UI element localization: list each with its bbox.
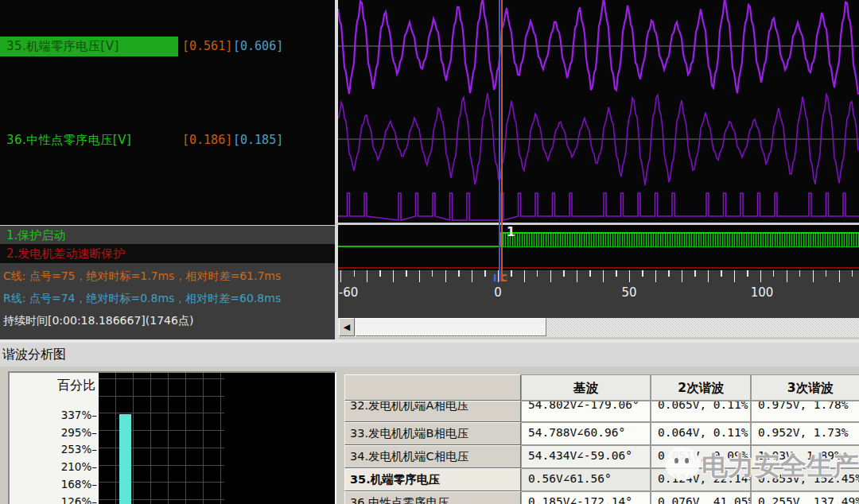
row-channel-name[interactable]: 34.发电机机端C相电压 bbox=[344, 445, 521, 468]
table-corner-cell bbox=[344, 374, 521, 401]
ruler-tick-label: -60 bbox=[339, 285, 359, 300]
chart-gridlines bbox=[99, 373, 224, 504]
row-value-cell[interactable]: 54.802V∠-179.06° bbox=[521, 401, 651, 422]
channel-35-trace bbox=[338, 0, 858, 95]
col-header-fundamental[interactable]: 基波 bbox=[521, 374, 651, 401]
scrollbar-thumb[interactable] bbox=[356, 318, 546, 336]
c-cursor-info: C线: 点号=75，绝对时标=1.7ms，相对时差=61.7ms bbox=[3, 268, 335, 285]
harmonic-chart-plot bbox=[99, 373, 335, 504]
c-cursor-line[interactable] bbox=[501, 0, 503, 281]
chart-y-axis-title: 百分比 bbox=[57, 378, 95, 394]
digital-1-low-trace bbox=[338, 246, 501, 247]
waveform-svg bbox=[338, 0, 859, 223]
chart-y-tick: 168%– bbox=[59, 478, 97, 490]
ruler-tick-label: 0 bbox=[494, 285, 502, 300]
digital-channel-2-label[interactable]: 2.发电机差动速断保护 bbox=[0, 244, 335, 263]
row-value-cell[interactable]: 0.853V, 152.45% bbox=[751, 468, 859, 491]
digital-2-low-trace bbox=[338, 267, 859, 269]
pulse-trace bbox=[338, 193, 859, 220]
row-value-cell[interactable]: 0.255V, 137.49% bbox=[751, 491, 859, 504]
chart-y-tick: 295%– bbox=[59, 426, 97, 439]
ruler-tick-label: 100 bbox=[751, 285, 774, 300]
harmonic-bar bbox=[119, 414, 131, 504]
digital-trace-panel: 1 bbox=[338, 225, 859, 270]
row-channel-name[interactable]: 32.发电机机端A相电压 bbox=[344, 401, 521, 422]
row-channel-name[interactable]: 35.机端零序电压 bbox=[344, 468, 521, 491]
channel-35-c-cursor-value: [0.561] bbox=[182, 39, 232, 53]
channel-35-r-cursor-value: [0.606] bbox=[233, 39, 283, 53]
harmonic-title-bar: 谐波分析图 bbox=[0, 343, 859, 366]
col-header-2nd-harmonic[interactable]: 2次谐波 bbox=[651, 374, 751, 401]
scroll-left-button[interactable]: ◀ bbox=[339, 318, 355, 336]
row-value-cell[interactable]: 0.064V, 0.11% bbox=[651, 422, 751, 445]
ruler-major-ticks bbox=[340, 270, 859, 282]
harmonic-section-title: 谐波分析图 bbox=[2, 347, 66, 363]
table-row[interactable]: 32.发电机机端A相电压54.802V∠-179.06°0.065V, 0.11… bbox=[344, 401, 859, 422]
harmonic-table-body: 32.发电机机端A相电压54.802V∠-179.06°0.065V, 0.11… bbox=[344, 401, 859, 504]
time-ruler: -60050100 I C bbox=[338, 270, 859, 318]
ruler-tick-label: 50 bbox=[621, 285, 636, 300]
digital-1-high-trace bbox=[500, 232, 859, 247]
row-value-cell[interactable]: 54.788V∠60.96° bbox=[521, 422, 651, 445]
channel-36-c-cursor-value: [0.186] bbox=[182, 133, 232, 147]
chart-y-tick: 253%– bbox=[59, 443, 97, 456]
fault-oscillography-window: 35.机端零序电压[V] [0.561] [0.606] 36.中性点零序电压[… bbox=[0, 0, 859, 504]
channel-35-label[interactable]: 35.机端零序电压[V] bbox=[6, 39, 119, 54]
analog-channel-panel: 35.机端零序电压[V] [0.561] [0.606] 36.中性点零序电压[… bbox=[0, 0, 335, 339]
row-value-cell[interactable]: 1.03V, 1.89% bbox=[751, 445, 859, 468]
row-value-cell[interactable]: 54.434V∠-59.06° bbox=[521, 445, 651, 468]
col-header-3rd-harmonic[interactable]: 3次谐波 bbox=[751, 374, 859, 401]
cursor-info-block: C线: 点号=75，绝对时标=1.7ms，相对时差=61.7ms R线: 点号=… bbox=[0, 263, 335, 339]
chart-y-tick: 210%– bbox=[59, 460, 97, 473]
row-value-cell[interactable]: 0.124V, 22.14% bbox=[651, 468, 751, 491]
harmonic-bar-chart-panel: 百分比 337%–295%–253%–210%–168%–126%– bbox=[8, 371, 336, 504]
row-value-cell[interactable]: 0.076V, 41.05% bbox=[651, 491, 751, 504]
channel-36-r-cursor-value: [0.185] bbox=[233, 133, 283, 147]
table-row[interactable]: 34.发电机机端C相电压54.434V∠-59.06°0.051V, 0.09%… bbox=[344, 445, 859, 468]
harmonic-table: 基波 2次谐波 3次谐波 32.发电机机端A相电压54.802V∠-179.06… bbox=[344, 374, 859, 504]
chart-y-tick: 126%– bbox=[59, 495, 97, 504]
harmonic-table-header-row: 基波 2次谐波 3次谐波 bbox=[344, 374, 859, 401]
r-cursor-handle[interactable]: I bbox=[493, 273, 496, 284]
row-value-cell[interactable]: 0.065V, 0.11% bbox=[651, 401, 751, 422]
table-row[interactable]: 33.发电机机端B相电压54.788V∠60.96°0.064V, 0.11%0… bbox=[344, 422, 859, 445]
horizontal-scrollbar[interactable]: ◀ bbox=[338, 318, 859, 337]
channel-36-label[interactable]: 36.中性点零序电压[V] bbox=[6, 133, 131, 148]
row-value-cell[interactable]: 0.051V, 0.09% bbox=[651, 445, 751, 468]
row-value-cell[interactable]: 0.185V∠-172.14° bbox=[521, 491, 651, 504]
r-cursor-info: R线: 点号=74，绝对时标=0.8ms，相对时差=60.8ms bbox=[3, 290, 335, 307]
row-value-cell[interactable]: 0.56V∠61.56° bbox=[521, 468, 651, 491]
row-channel-name[interactable]: 33.发电机机端B相电压 bbox=[344, 422, 521, 445]
chart-y-tick: 337%– bbox=[59, 409, 97, 421]
table-row[interactable]: 36.中性点零序电压0.185V∠-172.14°0.076V, 41.05%0… bbox=[344, 491, 859, 504]
table-row[interactable]: 35.机端零序电压0.56V∠61.56°0.124V, 22.14%0.853… bbox=[344, 468, 859, 491]
row-channel-name[interactable]: 36.中性点零序电压 bbox=[344, 491, 521, 504]
duration-info: 持续时间[0:00:18.186667](1746点) bbox=[3, 312, 335, 329]
harmonic-analysis-area: 百分比 337%–295%–253%–210%–168%–126%– 基波 2次… bbox=[0, 366, 859, 504]
digital-channel-1-label[interactable]: 1.保护启动 bbox=[0, 225, 335, 244]
row-value-cell[interactable]: 0.975V, 1.78% bbox=[751, 401, 859, 422]
digital-1-state-marker: 1 bbox=[507, 225, 515, 239]
waveform-display[interactable] bbox=[338, 0, 859, 223]
row-value-cell[interactable]: 0.952V, 1.73% bbox=[751, 422, 859, 445]
r-cursor-line[interactable] bbox=[499, 0, 500, 281]
